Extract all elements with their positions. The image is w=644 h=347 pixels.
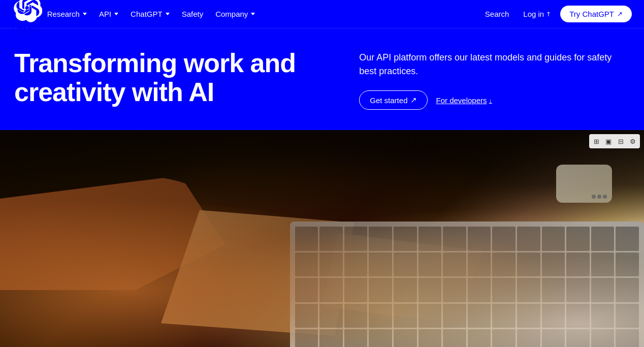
chevron-down-icon [83, 13, 87, 15]
image-bg [0, 130, 644, 347]
nav-api[interactable]: API [94, 7, 123, 21]
arrow-icon: ↗ [544, 10, 553, 18]
image-icon[interactable]: ⊟ [615, 136, 626, 147]
chevron-down-icon [114, 13, 118, 15]
hero-title: Transforming work and creativity with AI [14, 49, 339, 107]
chevron-down-icon [251, 13, 255, 15]
grid-icon[interactable]: ⊞ [591, 136, 602, 147]
nav-links: Research API ChatGPT Safety Company [42, 7, 480, 21]
nav-research[interactable]: Research [42, 7, 92, 21]
for-developers-button[interactable]: For developers ↓ [436, 96, 492, 105]
nav-safety[interactable]: Safety [177, 7, 209, 21]
logo[interactable]: OpenAI [12, 0, 42, 35]
login-button[interactable]: Log in ↗ [518, 7, 556, 21]
image-color-overlay [0, 130, 644, 347]
arrow-icon: ↗ [410, 96, 417, 105]
hero-description: Our API platform offers our latest model… [359, 51, 630, 78]
nav-actions: Search Log in ↗ Try ChatGPT ↗ [480, 6, 632, 22]
navbar: OpenAI Research API ChatGPT Safety Compa… [0, 0, 644, 28]
settings-icon[interactable]: ⚙ [627, 136, 638, 147]
hero-left: Transforming work and creativity with AI [14, 49, 339, 107]
layout-icon[interactable]: ▣ [603, 136, 614, 147]
nav-chatgpt[interactable]: ChatGPT [125, 7, 175, 21]
search-button[interactable]: Search [480, 7, 514, 21]
nav-company[interactable]: Company [210, 7, 260, 21]
get-started-button[interactable]: Get started ↗ [359, 90, 428, 110]
chevron-down-icon [166, 13, 170, 15]
hero-section: Transforming work and creativity with AI… [0, 28, 644, 130]
try-chatgpt-button[interactable]: Try ChatGPT ↗ [560, 6, 632, 22]
arrow-down-icon: ↓ [489, 97, 493, 104]
arrow-northeast-icon: ↗ [617, 10, 623, 18]
image-toolbar: ⊞ ▣ ⊟ ⚙ [589, 134, 640, 148]
hero-right: Our API platform offers our latest model… [359, 49, 630, 110]
hero-buttons: Get started ↗ For developers ↓ [359, 90, 630, 110]
hero-image: ⊞ ▣ ⊟ ⚙ [0, 130, 644, 347]
